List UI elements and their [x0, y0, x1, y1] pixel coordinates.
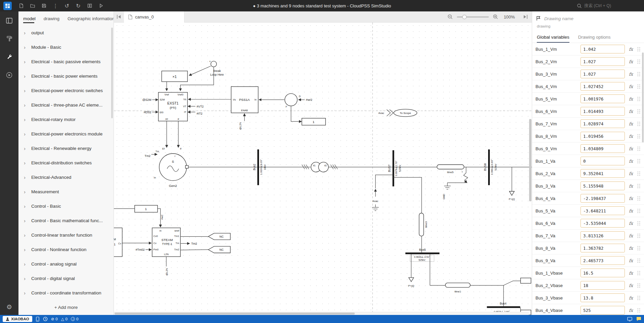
fx-expression-icon[interactable]: fx [627, 196, 635, 201]
bus8[interactable]: BUS8 0.9961∠0.69° 525kV [483, 150, 497, 185]
variable-value-input[interactable] [581, 107, 625, 116]
drag-handle-icon[interactable] [637, 221, 641, 226]
channel-merge-node[interactable]: D F #wr2 [285, 93, 312, 108]
project-panel-icon[interactable] [5, 16, 14, 25]
fx-expression-icon[interactable]: fx [627, 146, 635, 151]
zoom-in-icon[interactable] [493, 14, 498, 19]
drag-handle-icon[interactable] [637, 283, 641, 288]
fx-expression-icon[interactable]: fx [627, 159, 635, 164]
variable-value-input[interactable] [581, 206, 625, 215]
variable-value-input[interactable] [581, 70, 625, 78]
variable-value-input[interactable] [581, 144, 625, 153]
bus2[interactable]: Bus2 1.0000∠8.09° 18kV [253, 150, 266, 185]
run-button[interactable] [96, 1, 106, 10]
drag-handle-icon[interactable] [637, 271, 641, 276]
fault-element[interactable]: + GND [442, 167, 468, 199]
sidebar-item[interactable]: › Control - Basic mathematical func... [18, 213, 114, 228]
sidebar-item[interactable]: › Measurement [18, 185, 114, 199]
drag-handle-icon[interactable] [637, 121, 641, 126]
drag-handle-icon[interactable] [637, 246, 641, 251]
tab-canvas-0[interactable]: canvas_0 [124, 11, 184, 23]
terminal-panel-icon[interactable] [627, 317, 632, 321]
tab-model[interactable]: model [23, 13, 36, 25]
sidebar-item[interactable]: › Electrical-power electronics module [18, 127, 114, 141]
variable-value-input[interactable] [581, 82, 625, 91]
search-box[interactable] [577, 3, 641, 8]
zoom-slider-knob[interactable] [462, 15, 467, 19]
drag-handle-icon[interactable] [637, 208, 641, 213]
variable-value-input[interactable] [581, 269, 625, 277]
variable-value-input[interactable] [581, 57, 625, 66]
sidebar-item[interactable]: › Module - Basic [18, 40, 114, 54]
fx-expression-icon[interactable]: fx [627, 308, 635, 313]
sidebar-item[interactable]: › Electrical - Renewable energy [18, 141, 114, 156]
zoom-slider[interactable] [457, 16, 489, 17]
constant-block-a[interactable]: 1 [291, 106, 326, 125]
break-loop-node[interactable]: + Break Loop Here [189, 60, 224, 76]
warning-count[interactable]: △ 0 [61, 317, 68, 321]
search-input[interactable] [584, 3, 638, 8]
drag-handle-icon[interactable] [637, 96, 641, 102]
variable-value-input[interactable] [581, 119, 625, 128]
fx-expression-icon[interactable]: fx [627, 233, 635, 238]
more-options-button[interactable]: ⋮ [50, 1, 61, 10]
sidebar-item[interactable]: › Control - Nonlinear function [18, 242, 114, 257]
sidebar-item[interactable]: › Electrical - three-phase AC eleme... [18, 98, 114, 112]
fx-expression-icon[interactable]: fx [627, 295, 635, 300]
right-panel-scrollbar[interactable] [642, 52, 644, 143]
sidebar-item[interactable]: › Control - Basic [18, 199, 114, 213]
drag-handle-icon[interactable] [637, 159, 641, 164]
exst1-block[interactable]: EXST1 (PTI) Vref Vref0 S2M Ef0 Vs VT IT … [158, 92, 187, 121]
compare-button[interactable] [84, 1, 95, 10]
to-scope-flag[interactable]: #vac To Scope [379, 109, 417, 117]
multiplier-block[interactable]: ×1 [162, 71, 187, 82]
sidebar-item[interactable]: › Electrical-distribution switches [18, 156, 114, 170]
fx-expression-icon[interactable]: fx [627, 59, 635, 64]
fx-expression-icon[interactable]: fx [627, 121, 635, 126]
tline1[interactable]: tline1 [430, 254, 531, 306]
fx-expression-icon[interactable]: fx [627, 47, 635, 52]
drag-handle-icon[interactable] [637, 59, 641, 64]
error-count[interactable]: ⊘ 0 [51, 317, 58, 321]
variable-value-input[interactable] [581, 157, 625, 165]
sidebar-item[interactable]: › Control - digital signal [18, 271, 114, 286]
canvas-vertical-scrollbar[interactable] [529, 119, 531, 201]
variable-value-input[interactable] [581, 244, 625, 252]
generator-gen2[interactable]: Tm2 Tm In Ef If S r Gen2 [145, 147, 188, 188]
variable-value-input[interactable] [581, 231, 625, 240]
variable-value-input[interactable] [581, 293, 625, 302]
feedback-chat-icon[interactable] [636, 317, 641, 321]
tab-drawing-options[interactable]: Drawing options [578, 35, 611, 43]
vac-source[interactable]: #vac [372, 175, 393, 210]
canvas-horizontal-scrollbar[interactable] [114, 312, 529, 315]
add-more-button[interactable]: + Add more [18, 299, 114, 315]
history-clock-icon[interactable] [43, 317, 48, 321]
drag-handle-icon[interactable] [637, 184, 641, 189]
wrench-icon[interactable] [5, 52, 14, 61]
fx-expression-icon[interactable]: fx [627, 258, 635, 263]
variable-value-input[interactable] [581, 256, 625, 265]
partial-left-block[interactable]: M 1 Cv [114, 228, 151, 257]
constant-block-b[interactable]: 1 #w2 [114, 205, 164, 227]
fx-expression-icon[interactable]: fx [627, 171, 635, 176]
drag-handle-icon[interactable] [637, 258, 641, 263]
bus5[interactable]: Bus5 0.9633∠-4.51° 525kV [405, 248, 440, 261]
run-simulation-icon[interactable] [5, 71, 14, 79]
variable-value-input[interactable] [581, 45, 625, 53]
settings-gear-icon[interactable]: ⚙ [0, 303, 18, 311]
sidebar-item[interactable]: › Control - analog signal [18, 257, 114, 271]
variable-value-input[interactable] [581, 132, 625, 140]
drag-handle-icon[interactable] [637, 308, 641, 313]
bus7[interactable]: BUS7 0.9978∠2.70° 525kV [388, 150, 401, 187]
drawing-name-input[interactable] [544, 16, 640, 21]
fx-expression-icon[interactable]: fx [627, 84, 635, 89]
load-right[interactable]: P+jQ [509, 167, 515, 201]
fx-expression-icon[interactable]: fx [627, 208, 635, 213]
collapse-right-panel-icon[interactable] [520, 11, 530, 23]
drag-handle-icon[interactable] [637, 295, 641, 300]
tab-geographic-information[interactable]: Geographic information [68, 13, 114, 25]
sidebar-item[interactable]: › Electrical - basic power elements [18, 69, 114, 83]
load-left[interactable]: P+jQ [408, 254, 414, 287]
fx-expression-icon[interactable]: fx [627, 221, 635, 226]
pss1a-block[interactable]: PSS1A Vs In ENAB [231, 87, 258, 113]
